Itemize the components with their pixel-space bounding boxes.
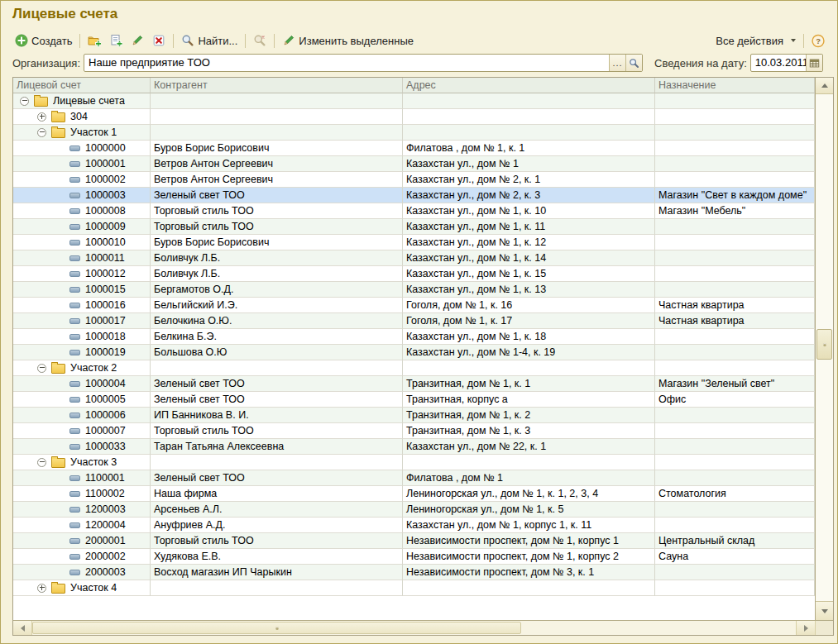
date-field[interactable]: 10.03.2011 xyxy=(750,54,823,72)
account-row[interactable]: 1100002Наша фирмаЛениногорская ул., дом … xyxy=(13,486,815,502)
horizontal-scroll-track[interactable] xyxy=(32,621,796,635)
add-circle-icon xyxy=(15,34,28,47)
collapse-node-icon[interactable] xyxy=(37,458,46,467)
column-header-contragent[interactable]: Контрагент xyxy=(151,78,403,93)
account-item-icon xyxy=(69,208,80,214)
account-item-icon xyxy=(69,444,80,450)
account-row[interactable]: 1000006ИП Банникова В. И.Транзитная, дом… xyxy=(13,408,815,423)
account-row[interactable]: 1000017Белочкина О.Ю.Гоголя, дом № 1, к.… xyxy=(13,313,815,329)
account-cell: 1100001 xyxy=(13,470,151,486)
table-content: Лицевой счет Контрагент Адрес Назначение… xyxy=(13,78,815,620)
account-row[interactable]: 1000001Ветров Антон СергеевичКазахстан у… xyxy=(13,156,815,172)
tree-group-row[interactable]: Лицевые счета xyxy=(13,93,815,109)
account-number: 1100001 xyxy=(85,472,125,484)
purpose-cell: Стоматология xyxy=(655,486,815,502)
account-row[interactable]: 1000004Зеленый свет ТООТранзитная, дом №… xyxy=(13,376,815,392)
account-row[interactable]: 1000012Боливчук Л.Б.Казахстан ул., дом №… xyxy=(13,266,815,282)
date-value[interactable]: 10.03.2011 xyxy=(751,55,806,71)
copy-button[interactable] xyxy=(105,31,127,50)
find-button[interactable]: Найти... xyxy=(177,31,242,50)
account-row[interactable]: 1000011Боливчук Л.Б.Казахстан ул., дом №… xyxy=(13,250,815,266)
purpose-cell xyxy=(655,439,815,455)
account-row[interactable]: 1000019Большова О.ЮКазахстан ул., дом № … xyxy=(13,345,815,360)
account-row[interactable]: 1000007Торговый стиль ТООТранзитная, дом… xyxy=(13,423,815,439)
vertical-scroll-thumb[interactable] xyxy=(816,329,832,360)
collapse-node-icon[interactable] xyxy=(37,364,46,373)
horizontal-scrollbar[interactable] xyxy=(13,620,833,635)
organization-value[interactable]: Наше предприятие ТОО xyxy=(84,55,609,71)
horizontal-scroll-thumb[interactable] xyxy=(32,622,521,634)
organization-search-button[interactable] xyxy=(625,55,642,71)
account-cell: 1000011 xyxy=(13,250,151,266)
account-item-icon xyxy=(69,491,80,497)
tree-group-row[interactable]: Участок 2 xyxy=(13,360,815,376)
account-row[interactable]: 1000008Торговый стиль ТООКазахстан ул., … xyxy=(13,203,815,219)
account-row[interactable]: 1100001Зеленый свет ТООФилатова , дом № … xyxy=(13,470,815,486)
tree-group-row[interactable]: Участок 4 xyxy=(13,580,815,596)
vertical-scrollbar[interactable] xyxy=(815,78,833,620)
account-row[interactable]: 1000015Бергамотов О.Д.Казахстан ул., дом… xyxy=(13,282,815,298)
calendar-icon xyxy=(809,58,820,69)
contragent-cell xyxy=(151,125,403,141)
group-label: Лицевые счета xyxy=(53,95,125,107)
column-header-account[interactable]: Лицевой счет xyxy=(13,78,151,93)
account-row[interactable]: 2000002Худякова Е.В.Независимости проспе… xyxy=(13,549,815,565)
scroll-right-button[interactable] xyxy=(796,621,816,635)
account-number: 1000001 xyxy=(85,158,126,169)
contragent-cell: Большова О.Ю xyxy=(151,345,403,360)
account-row[interactable]: 1000000Буров Борис БорисовичФилатова , д… xyxy=(13,141,815,156)
create-button[interactable]: Создать xyxy=(11,31,76,50)
expand-node-icon[interactable] xyxy=(37,584,46,593)
collapse-node-icon[interactable] xyxy=(20,97,29,106)
contragent-cell: Ветров Антон Сергеевич xyxy=(151,156,403,172)
edit-button[interactable] xyxy=(127,31,148,50)
help-button[interactable]: ? xyxy=(807,31,829,50)
address-cell: Гоголя, дом № 1, к. 16 xyxy=(403,298,655,313)
account-cell: 1000002 xyxy=(13,172,151,188)
address-cell: Казахстан ул., дом № 1, к. 10 xyxy=(403,203,655,219)
edit-selected-button[interactable]: Изменить выделенные xyxy=(278,31,418,50)
address-cell: Казахстан ул., дом № 1, к. 18 xyxy=(403,329,655,345)
table-empty-area xyxy=(13,596,815,620)
column-header-address[interactable]: Адрес xyxy=(403,78,655,93)
account-row[interactable]: 1000005Зеленый свет ТООТранзитная, корпу… xyxy=(13,392,815,408)
calendar-button[interactable] xyxy=(806,55,822,71)
tree-group-row[interactable]: Участок 3 xyxy=(13,455,815,470)
tree-group-row[interactable]: Участок 1 xyxy=(13,125,815,141)
account-row[interactable]: 1200004Ануфриев А.Д.Казахстан ул., дом №… xyxy=(13,518,815,533)
purpose-cell xyxy=(655,235,815,250)
account-item-icon xyxy=(69,303,80,308)
account-row[interactable]: 1000010Буров Борис БорисовичКазахстан ул… xyxy=(13,235,815,250)
account-row[interactable]: 1000018Белкина Б.Э.Казахстан ул., дом № … xyxy=(13,329,815,345)
vertical-scroll-track[interactable] xyxy=(816,94,833,601)
chevron-down-icon xyxy=(791,39,796,42)
scroll-up-button[interactable] xyxy=(816,78,833,94)
account-row[interactable]: 1000009Торговый стиль ТООКазахстан ул., … xyxy=(13,219,815,235)
collapse-node-icon[interactable] xyxy=(37,128,46,137)
account-row[interactable]: 1000002Ветров Антон СергеевичКазахстан у… xyxy=(13,172,815,188)
expand-node-icon[interactable] xyxy=(37,112,46,122)
clear-search-button[interactable] xyxy=(249,31,271,50)
account-row[interactable]: 2000001Торговый стиль ТООНезависимости п… xyxy=(13,533,815,549)
address-cell: Филатова , дом № 1 xyxy=(403,470,655,486)
purpose-cell: Центральный склад xyxy=(655,533,815,549)
scroll-down-button[interactable] xyxy=(816,601,833,620)
account-row[interactable]: 2000003Восход магазин ИП ЧарыкинНезависи… xyxy=(13,565,815,580)
account-item-icon xyxy=(69,318,80,324)
all-actions-button[interactable]: Все действия xyxy=(711,32,800,50)
scroll-left-button[interactable] xyxy=(13,621,32,635)
contragent-cell: Боливчук Л.Б. xyxy=(151,266,403,282)
account-row[interactable]: 1000016Бельгийский И.Э.Гоголя, дом № 1, … xyxy=(13,298,815,313)
tree-group-row[interactable]: 304 xyxy=(13,109,815,125)
add-group-button[interactable] xyxy=(84,31,105,50)
account-row[interactable]: 1200003Арсеньев А.Л.Лениногорская ул., д… xyxy=(13,502,815,518)
organization-field[interactable]: Наше предприятие ТОО ... xyxy=(84,54,643,72)
purpose-cell: Частная квартира xyxy=(655,313,815,329)
organization-ellipsis-button[interactable]: ... xyxy=(609,55,625,71)
delete-button[interactable] xyxy=(148,31,170,50)
column-header-purpose[interactable]: Назначение xyxy=(655,78,815,93)
help-icon: ? xyxy=(812,34,825,47)
account-row[interactable]: 1000033Таран Татьяна АлексеевнаКазахстан… xyxy=(13,439,815,455)
account-row[interactable]: 1000003Зеленый свет ТООКазахстан ул., до… xyxy=(13,188,815,203)
contragent-cell: Бергамотов О.Д. xyxy=(151,282,403,298)
